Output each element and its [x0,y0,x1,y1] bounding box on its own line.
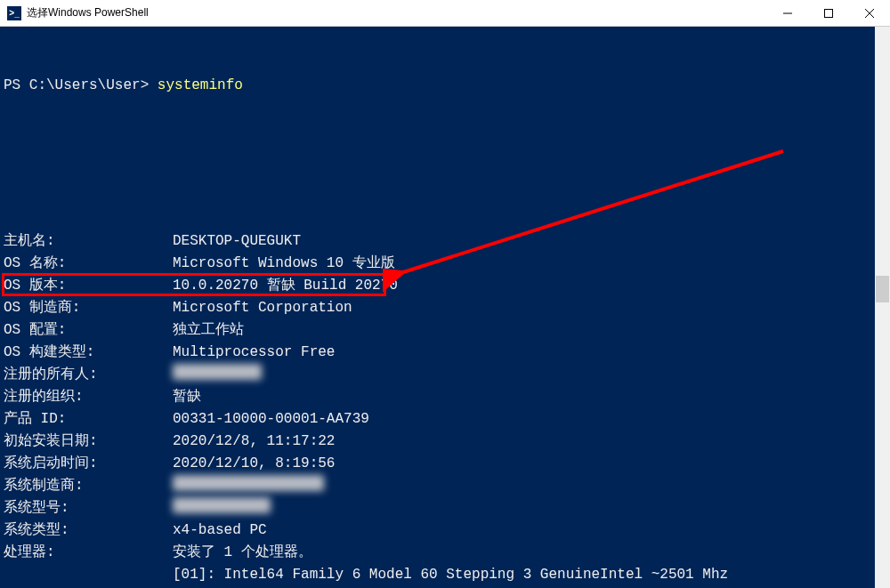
field-value: 暂缺 [173,386,201,408]
powershell-icon: >_ [7,6,21,20]
field-label [4,564,173,586]
output-line: 系统启动时间:2020/12/10, 8:19:56 [4,453,875,475]
field-label: 系统类型: [4,520,173,542]
field-value: 10.0.20270 暂缺 Build 20270 [173,275,398,297]
field-value: [01]: Intel64 Family 6 Model 60 Stepping… [173,564,728,586]
prompt-line: PS C:\Users\User> systeminfo [4,75,875,97]
window-title: 选择Windows PowerShell [27,5,149,20]
field-label: OS 版本: [4,275,173,297]
field-label: 处理器: [4,542,173,564]
output-line: 注册的所有人: [4,364,875,386]
titlebar[interactable]: >_ 选择Windows PowerShell [0,0,890,27]
output-line: 系统类型:x4-based PC [4,520,875,542]
prompt-command: systeminfo [158,75,243,97]
output-line: OS 构建类型:Multiprocessor Free [4,342,875,364]
field-label: 注册的所有人: [4,364,173,386]
field-value: 2020/12/8, 11:17:22 [173,431,335,453]
field-label: OS 配置: [4,319,173,342]
field-label: 主机名: [4,230,173,253]
powershell-window: >_ 选择Windows PowerShell PS C:\Users\User… [0,0,890,588]
field-label: 系统型号: [4,497,173,520]
field-value: 00331-10000-00001-AA739 [173,408,369,431]
output-line: 产品 ID:00331-10000-00001-AA739 [4,408,875,431]
field-value: 安装了 1 个处理器。 [173,542,312,564]
output-line: OS 版本:10.0.20270 暂缺 Build 20270 [4,275,875,297]
field-value: Multiprocessor Free [173,342,335,364]
field-value: Microsoft Windows 10 专业版 [173,253,395,275]
field-label: 系统制造商: [4,475,173,497]
output-line: 系统型号: [4,497,875,520]
field-label: OS 制造商: [4,297,173,319]
field-value: 2020/12/10, 8:19:56 [173,453,335,475]
field-label: 初始安装日期: [4,431,173,453]
terminal-output[interactable]: PS C:\Users\User> systeminfo 主机名:DESKTOP… [0,27,875,588]
scroll-thumb[interactable] [876,276,889,302]
field-label: 系统启动时间: [4,453,173,475]
terminal-wrap: PS C:\Users\User> systeminfo 主机名:DESKTOP… [0,27,890,588]
field-value: x4-based PC [173,520,267,542]
field-value: 独立工作站 [173,319,244,342]
svg-rect-1 [825,9,833,17]
field-value: Microsoft Corporation [173,297,352,319]
maximize-button[interactable] [808,0,849,27]
close-button[interactable] [849,0,890,27]
redacted-value [173,364,262,380]
redacted-value [173,475,324,491]
output-line: 处理器:安装了 1 个处理器。 [4,542,875,564]
field-value: DESKTOP-QUEGUKT [173,230,301,253]
output-line: 注册的组织:暂缺 [4,386,875,408]
output-line: OS 名称:Microsoft Windows 10 专业版 [4,253,875,275]
field-label: 注册的组织: [4,386,173,408]
output-line: 初始安装日期:2020/12/8, 11:17:22 [4,431,875,453]
vertical-scrollbar[interactable] [875,27,890,588]
field-label: OS 名称: [4,253,173,275]
prompt-path: PS C:\Users\User> [4,75,158,97]
minimize-button[interactable] [767,0,808,27]
output-line: 主机名:DESKTOP-QUEGUKT [4,230,875,253]
output-line: 系统制造商: [4,475,875,497]
output-line: OS 配置:独立工作站 [4,319,875,342]
field-label: OS 构建类型: [4,342,173,364]
redacted-value [173,497,271,513]
output-line: [01]: Intel64 Family 6 Model 60 Stepping… [4,564,875,586]
output-line: OS 制造商:Microsoft Corporation [4,297,875,319]
blank-line [4,141,875,164]
field-label: 产品 ID: [4,408,173,431]
